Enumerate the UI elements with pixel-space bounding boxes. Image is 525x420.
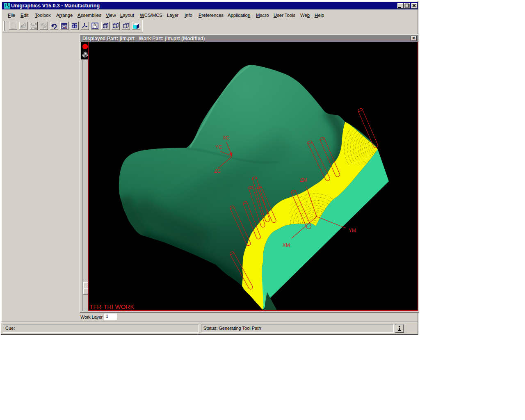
svg-text:XM: XM: [283, 242, 290, 248]
svg-text:YC: YC: [215, 144, 222, 150]
svg-text:XC: XC: [223, 135, 230, 141]
svg-text:TFR-TRI WORK: TFR-TRI WORK: [89, 303, 134, 310]
svg-text:ZM: ZM: [300, 177, 307, 183]
svg-text:ZC: ZC: [214, 168, 221, 174]
svg-text:YM: YM: [349, 228, 356, 233]
